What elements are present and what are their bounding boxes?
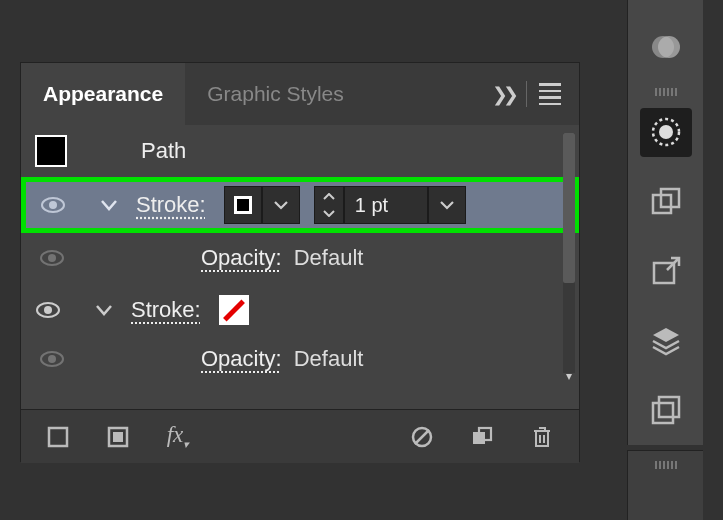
panel-body: ▴ ▾ Path Stroke: 1 pt — [21, 125, 579, 463]
stroke-weight-dropdown[interactable] — [428, 186, 466, 224]
stroke-color-well[interactable] — [224, 186, 262, 224]
dock-layers-icon[interactable] — [640, 316, 692, 366]
dock-color-icon[interactable] — [640, 22, 692, 72]
panel-tabs: Appearance Graphic Styles ❯❯ — [21, 63, 579, 125]
opacity-label[interactable]: Opacity: — [201, 346, 282, 372]
opacity-value: Default — [294, 245, 364, 271]
tab-graphic-styles[interactable]: Graphic Styles — [185, 63, 366, 125]
stroke-weight-stepper[interactable] — [314, 186, 344, 224]
disclosure-toggle[interactable] — [100, 199, 118, 211]
visibility-toggle[interactable] — [40, 197, 66, 213]
stroke-row-selected[interactable]: Stroke: 1 pt — [21, 177, 579, 233]
dock-grip[interactable] — [655, 88, 677, 96]
stroke-color-dropdown[interactable] — [262, 186, 300, 224]
clear-appearance-icon[interactable] — [409, 424, 435, 450]
dock-artboards-icon[interactable] — [640, 386, 692, 436]
svg-rect-10 — [113, 432, 123, 442]
new-fill-icon[interactable] — [105, 424, 131, 450]
svg-line-12 — [415, 430, 429, 444]
opacity-value: Default — [294, 346, 364, 372]
path-row[interactable]: Path — [21, 125, 579, 177]
opacity-label[interactable]: Opacity: — [201, 245, 282, 271]
panel-menu-icon[interactable] — [539, 83, 561, 105]
visibility-toggle[interactable] — [39, 250, 65, 266]
svg-point-16 — [658, 36, 680, 58]
opacity-row[interactable]: Opacity: Default — [21, 337, 579, 381]
stroke-label[interactable]: Stroke: — [136, 192, 206, 218]
add-effect-button[interactable]: fx▾ — [165, 424, 191, 450]
right-dock — [627, 0, 703, 445]
disclosure-toggle[interactable] — [95, 304, 113, 316]
svg-point-5 — [44, 306, 52, 314]
stroke-label[interactable]: Stroke: — [131, 297, 201, 323]
svg-point-3 — [48, 254, 56, 262]
delete-item-icon[interactable] — [529, 424, 555, 450]
visibility-toggle[interactable] — [35, 302, 61, 318]
stroke-none-swatch[interactable] — [219, 295, 249, 325]
dock-grip[interactable] — [655, 461, 677, 469]
path-thumbnail — [35, 135, 67, 167]
svg-rect-8 — [49, 428, 67, 446]
svg-point-1 — [49, 201, 57, 209]
new-stroke-icon[interactable] — [45, 424, 71, 450]
path-label: Path — [141, 138, 186, 164]
svg-point-18 — [659, 125, 673, 139]
svg-rect-23 — [653, 403, 673, 423]
divider — [526, 81, 527, 107]
duplicate-item-icon[interactable] — [469, 424, 495, 450]
stroke-row[interactable]: Stroke: — [21, 283, 579, 337]
appearance-panel: Appearance Graphic Styles ❯❯ ▴ ▾ Path — [20, 62, 580, 462]
svg-rect-22 — [659, 397, 679, 417]
dock-export-icon[interactable] — [640, 247, 692, 297]
panel-footer: fx▾ — [21, 409, 579, 463]
tab-appearance[interactable]: Appearance — [21, 63, 185, 125]
opacity-row[interactable]: Opacity: Default — [21, 233, 579, 283]
stroke-weight-field[interactable]: 1 pt — [344, 186, 428, 224]
right-dock-lower — [627, 450, 703, 520]
dock-transform-icon[interactable] — [640, 177, 692, 227]
collapse-panel-icon[interactable]: ❯❯ — [492, 83, 514, 106]
visibility-toggle[interactable] — [39, 351, 65, 367]
dock-appearance-icon[interactable] — [640, 108, 692, 158]
svg-point-7 — [48, 355, 56, 363]
